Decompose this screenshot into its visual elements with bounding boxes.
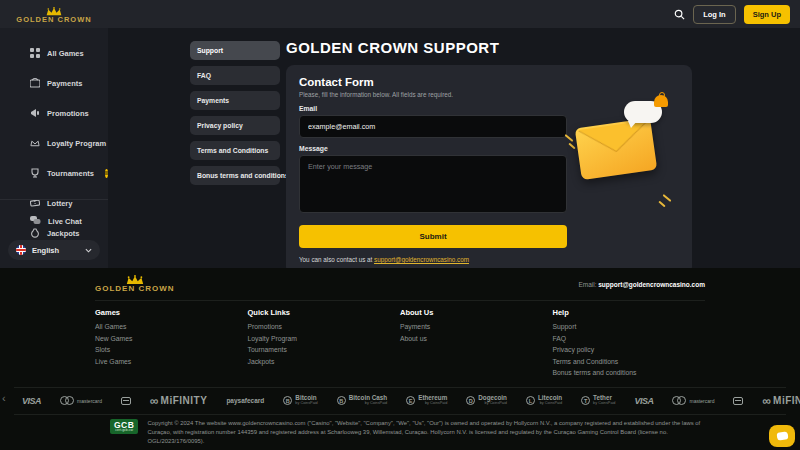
sidebar-item-label: Promotions xyxy=(47,109,89,118)
tab-terms[interactable]: Terms and Conditions xyxy=(190,141,280,160)
email-field[interactable] xyxy=(299,115,567,138)
litecoin-icon: L xyxy=(526,396,535,405)
infinity-icon: ∞ xyxy=(150,394,158,408)
tab-support[interactable]: Support xyxy=(190,41,280,60)
footer-link-about-us[interactable]: About us xyxy=(400,335,553,342)
sidebar-item-all-games[interactable]: All Games xyxy=(0,38,108,68)
chat-bubble-icon xyxy=(776,431,788,440)
footer-col-help: Help Support FAQ Privacy policy Terms an… xyxy=(553,308,706,381)
payment-litecoin: LLitecoinby CoinsPaid xyxy=(526,395,562,406)
footer-link-jackpots[interactable]: Jackpots xyxy=(248,358,401,365)
payment-visa: VISA xyxy=(634,396,653,406)
search-icon[interactable] xyxy=(674,9,685,20)
footer-link-support[interactable]: Support xyxy=(553,323,706,330)
footer-col-games: Games All Games New Games Slots Live Gam… xyxy=(95,308,248,381)
tab-bonus-terms[interactable]: Bonus terms and conditions xyxy=(190,166,280,185)
footer-link-loyalty-program[interactable]: Loyalty Program xyxy=(248,335,401,342)
grid-icon xyxy=(30,44,40,62)
footer-col-quick-links: Quick Links Promotions Loyalty Program T… xyxy=(248,308,401,381)
footer-link-tournaments[interactable]: Tournaments xyxy=(248,346,401,353)
envelope-icon xyxy=(575,118,657,180)
gcb-sub: cert.gcb.cw xyxy=(114,429,134,433)
carousel-prev-icon[interactable]: ‹ xyxy=(2,392,6,404)
support-nav: Support FAQ Payments Privacy policy Term… xyxy=(190,41,280,185)
crown-icon xyxy=(30,134,40,152)
brand-name: GOLDEN CROWN xyxy=(16,15,91,24)
language-selector[interactable]: English xyxy=(8,240,100,260)
footer-brand-name: GOLDEN CROWN xyxy=(95,284,175,293)
sidebar-item-promotions[interactable]: Promotions xyxy=(0,98,108,128)
sidebar-item-label: Loyalty Program xyxy=(47,139,106,148)
mastercard-icon xyxy=(60,396,74,405)
tether-icon: T xyxy=(581,396,590,405)
chevron-down-icon xyxy=(85,248,92,253)
chat-widget-button[interactable] xyxy=(769,425,795,447)
megaphone-icon xyxy=(30,104,40,122)
bell-icon xyxy=(654,95,668,107)
payment-visa: VISA xyxy=(22,396,41,406)
footer-link-live-games[interactable]: Live Games xyxy=(95,358,248,365)
language-label: English xyxy=(32,246,79,255)
sidebar-bottom: Live Chat English xyxy=(0,199,108,268)
gcb-seal[interactable]: GCB cert.gcb.cw xyxy=(110,419,138,434)
payment-bitcoin-cash: BBitcoin Cashby CoinsPaid xyxy=(337,395,388,406)
bank-card-icon xyxy=(121,397,131,405)
email-label: Email xyxy=(299,105,567,112)
sidebar-item-payments[interactable]: Payments xyxy=(0,68,108,98)
footer-col-heading: Quick Links xyxy=(248,308,401,317)
tab-faq[interactable]: FAQ xyxy=(190,66,280,85)
uk-flag-icon xyxy=(16,245,26,255)
top-header: GOLDEN CROWN Log In Sign Up xyxy=(0,0,800,28)
tab-privacy-policy[interactable]: Privacy policy xyxy=(190,116,280,135)
footer-link-slots[interactable]: Slots xyxy=(95,346,248,353)
footer-col-heading: Help xyxy=(553,308,706,317)
copyright-text: Copyright © 2024 The website www.goldenc… xyxy=(147,419,705,446)
live-chat-button[interactable]: Live Chat xyxy=(8,206,100,236)
footer-link-new-games[interactable]: New Games xyxy=(95,335,248,342)
footer-email-value: support@goldencrowncasino.com xyxy=(598,281,705,288)
payment-dogecoin: DDogecoinby CoinsPaid xyxy=(466,395,507,406)
footer-brand-logo[interactable]: GOLDEN CROWN xyxy=(95,275,175,293)
page-title: GOLDEN CROWN SUPPORT xyxy=(286,39,692,56)
dogecoin-icon: D xyxy=(466,396,475,405)
sidebar-item-label: All Games xyxy=(47,49,84,58)
footer-col-about-us: About Us Payments About us xyxy=(400,308,553,381)
footer-link-privacy-policy[interactable]: Privacy policy xyxy=(553,346,706,353)
payment-tether: TTetherby CoinsPaid xyxy=(581,395,615,406)
main-area: Support FAQ Payments Privacy policy Term… xyxy=(108,28,800,268)
sidebar-item-label: Tournaments xyxy=(47,169,94,178)
payment-card xyxy=(121,397,131,405)
message-field[interactable] xyxy=(299,155,567,213)
tab-payments[interactable]: Payments xyxy=(190,91,280,110)
trophy-icon xyxy=(30,164,40,182)
bank-card-icon xyxy=(733,397,743,405)
signup-button[interactable]: Sign Up xyxy=(744,5,790,24)
footer-link-faq[interactable]: FAQ xyxy=(553,335,706,342)
footer-link-all-games[interactable]: All Games xyxy=(95,323,248,330)
ethereum-icon: E xyxy=(406,396,415,405)
bitcoin-cash-icon: B xyxy=(337,396,346,405)
sidebar-item-label: Payments xyxy=(47,79,82,88)
contact-note: You can also contact us at support@golde… xyxy=(299,256,567,263)
mastercard-icon xyxy=(672,396,686,405)
app-sidebar: All Games Payments Promotions Loyalty Pr… xyxy=(0,28,108,268)
sidebar-item-loyalty-program[interactable]: Loyalty Program xyxy=(0,128,108,158)
payment-carousel: ‹ VISA mastercard ∞MiFINITY paysafecard … xyxy=(0,388,800,414)
contact-note-text: You can also contact us at xyxy=(299,256,372,263)
payment-mastercard: mastercard xyxy=(672,396,714,405)
login-button[interactable]: Log In xyxy=(693,5,736,24)
submit-button[interactable]: Submit xyxy=(299,225,567,248)
wallet-icon xyxy=(30,74,40,92)
footer-email-label: Email: xyxy=(578,281,596,288)
sidebar-item-tournaments[interactable]: Tournaments xyxy=(0,158,108,188)
footer-link-terms[interactable]: Terms and Conditions xyxy=(553,358,706,365)
footer-email: Email: support@goldencrowncasino.com xyxy=(578,281,705,288)
footer-link-bonus-terms[interactable]: Bonus terms and conditions xyxy=(553,369,706,376)
footer-link-payments[interactable]: Payments xyxy=(400,323,553,330)
bitcoin-icon: B xyxy=(283,396,292,405)
brand-logo[interactable]: GOLDEN CROWN xyxy=(0,5,108,24)
footer-link-promotions[interactable]: Promotions xyxy=(248,323,401,330)
envelope-illustration xyxy=(564,93,674,211)
carousel-next-icon[interactable]: › xyxy=(794,392,798,404)
support-email-link[interactable]: support@goldencrowncasino.com xyxy=(374,256,469,263)
